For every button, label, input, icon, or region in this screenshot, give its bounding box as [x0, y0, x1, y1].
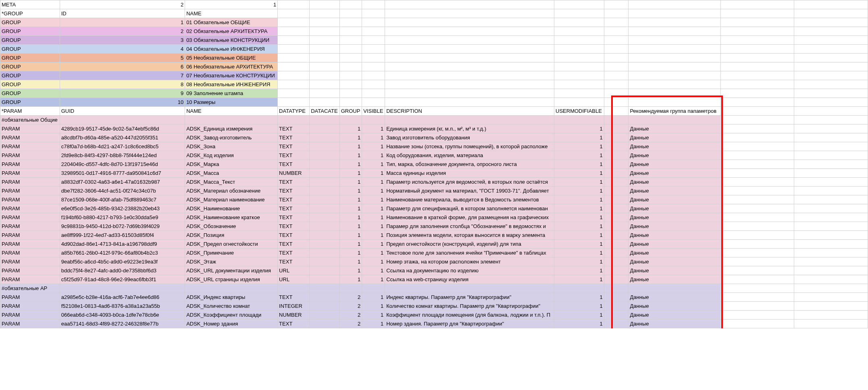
param-datacate[interactable] [310, 275, 340, 284]
param-rec[interactable]: Данные [629, 257, 720, 266]
group-row-id[interactable]: 5 [60, 54, 185, 62]
cell[interactable] [720, 222, 794, 231]
param-visible[interactable]: 1 [362, 178, 385, 187]
param-name[interactable]: ADSK_Обозначение [185, 222, 278, 231]
param-desc[interactable]: Наименование в краткой форме, для размещ… [385, 213, 554, 222]
cell[interactable] [339, 116, 362, 124]
param-group[interactable]: 1 [339, 142, 362, 151]
param-datacate[interactable] [310, 240, 340, 249]
param-datacate[interactable] [310, 160, 340, 169]
cell[interactable] [339, 71, 362, 80]
cell[interactable] [278, 9, 310, 18]
param-rec[interactable]: Данные [629, 160, 720, 169]
cell[interactable] [362, 89, 385, 98]
param-datatype[interactable]: TEXT [278, 160, 310, 169]
cell[interactable] [794, 284, 868, 293]
cell[interactable] [362, 45, 385, 54]
param-label[interactable]: PARAM [0, 160, 60, 169]
param-datatype[interactable]: TEXT [278, 124, 310, 133]
param-datacate[interactable] [310, 319, 340, 328]
cell[interactable] [720, 9, 794, 18]
cell[interactable] [385, 116, 554, 124]
cell[interactable] [604, 249, 629, 257]
cell[interactable] [720, 231, 794, 240]
cell[interactable] [720, 62, 794, 71]
param-usermod[interactable]: 1 [554, 240, 604, 249]
cell[interactable] [339, 18, 362, 27]
param-label[interactable]: PARAM [0, 222, 60, 231]
cell[interactable] [720, 293, 794, 302]
cell[interactable] [385, 45, 554, 54]
param-visible[interactable]: 1 [362, 293, 385, 302]
param-desc[interactable]: Ссылка на документацию по изделию [385, 266, 554, 275]
cell[interactable] [278, 284, 310, 293]
cell[interactable] [310, 98, 340, 107]
cell[interactable] [604, 231, 629, 240]
cell[interactable] [310, 116, 340, 124]
cell[interactable] [794, 124, 868, 133]
param-name[interactable]: ADSK_Предел огнестойкости [185, 240, 278, 249]
param-visible[interactable]: 1 [362, 187, 385, 195]
param-datatype[interactable]: NUMBER [278, 311, 310, 319]
cell[interactable] [794, 266, 868, 275]
param-label[interactable]: PARAM [0, 293, 60, 302]
cell[interactable] [794, 222, 868, 231]
param-guid[interactable]: f52108e1-0813-4ad6-8376-a38a1a23a55b [60, 302, 185, 311]
param-name[interactable]: ADSK_Код изделия [185, 151, 278, 160]
cell[interactable] [720, 160, 794, 169]
cell[interactable] [604, 133, 629, 142]
cell[interactable] [278, 54, 310, 62]
cell[interactable] [720, 266, 794, 275]
param-visible[interactable]: 1 [362, 169, 385, 178]
param-desc[interactable]: Количество комнат квартиры. Параметр для… [385, 302, 554, 311]
cell[interactable] [385, 71, 554, 80]
param-hdr-datacate[interactable]: DATACATE [310, 107, 340, 116]
cell[interactable] [629, 54, 720, 62]
param-usermod[interactable]: 1 [554, 266, 604, 275]
cell[interactable] [720, 98, 794, 107]
cell[interactable] [339, 284, 362, 293]
cell[interactable] [720, 54, 794, 62]
cell[interactable] [278, 27, 310, 36]
cell[interactable] [794, 18, 868, 27]
cell[interactable] [554, 62, 604, 71]
param-rec[interactable]: Данные [629, 142, 720, 151]
cell[interactable] [339, 98, 362, 107]
cell[interactable] [720, 302, 794, 311]
param-desc[interactable]: Название зоны (отсека, группы помещений)… [385, 142, 554, 151]
param-group[interactable]: 2 [339, 302, 362, 311]
cell[interactable] [185, 284, 278, 293]
param-name[interactable]: ADSK_Номер здания [185, 319, 278, 328]
param-desc[interactable]: Единица измерения (кг, м.п., м², м³ и т.… [385, 124, 554, 133]
cell[interactable] [720, 257, 794, 266]
cell[interactable] [629, 9, 720, 18]
spreadsheet-table[interactable]: META21*GROUPIDNAMEGROUP101 Обязательные … [0, 0, 868, 328]
param-label[interactable]: PARAM [0, 231, 60, 240]
cell[interactable] [385, 98, 554, 107]
param-datatype[interactable]: TEXT [278, 240, 310, 249]
param-rec[interactable]: Данные [629, 240, 720, 249]
param-usermod[interactable]: 1 [554, 195, 604, 204]
cell[interactable] [794, 160, 868, 169]
cell[interactable] [794, 71, 868, 80]
cell[interactable] [604, 142, 629, 151]
cell[interactable] [794, 80, 868, 89]
cell[interactable] [278, 18, 310, 27]
param-guid[interactable]: 9c98831b-9450-412d-b072-7d69b39f4029 [60, 222, 185, 231]
param-datatype[interactable]: TEXT [278, 249, 310, 257]
cell[interactable] [339, 62, 362, 71]
param-usermod[interactable]: 1 [554, 178, 604, 187]
param-label[interactable]: PARAM [0, 204, 60, 213]
param-name[interactable]: ADSK_Количество комнат [185, 302, 278, 311]
param-visible[interactable]: 1 [362, 124, 385, 133]
param-desc[interactable]: Позиция элемента модели, которая выносит… [385, 231, 554, 240]
param-desc[interactable]: Предел огнестойкости (конструкций, издел… [385, 240, 554, 249]
param-datacate[interactable] [310, 151, 340, 160]
cell[interactable] [629, 71, 720, 80]
cell[interactable] [794, 169, 868, 178]
cell[interactable] [720, 36, 794, 45]
param-visible[interactable]: 1 [362, 213, 385, 222]
param-rec[interactable]: Данные [629, 266, 720, 275]
cell[interactable] [604, 18, 629, 27]
cell[interactable] [604, 275, 629, 284]
